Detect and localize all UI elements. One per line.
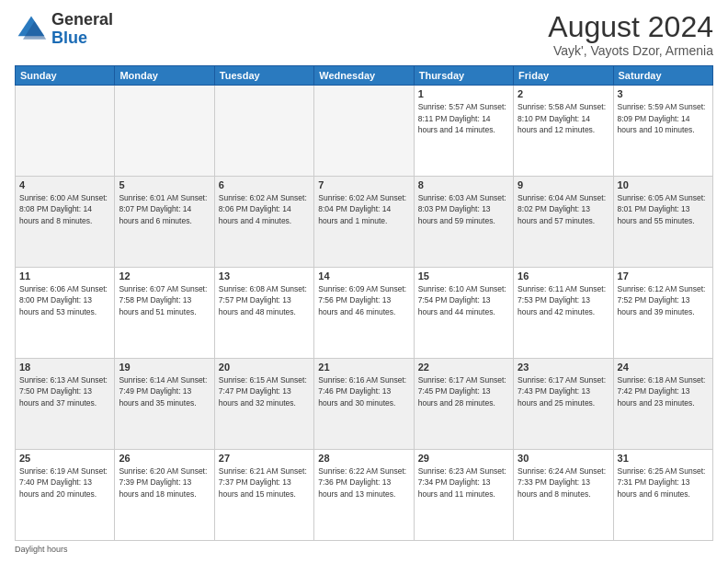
day-info: Sunrise: 6:02 AM Sunset: 8:06 PM Dayligh…	[219, 192, 310, 226]
calendar-cell: 10Sunrise: 6:05 AM Sunset: 8:01 PM Dayli…	[613, 177, 712, 268]
calendar-table: SundayMondayTuesdayWednesdayThursdayFrid…	[15, 65, 713, 541]
calendar-header-row: SundayMondayTuesdayWednesdayThursdayFrid…	[16, 66, 713, 86]
day-info: Sunrise: 6:24 AM Sunset: 7:33 PM Dayligh…	[518, 465, 609, 500]
day-info: Sunrise: 6:12 AM Sunset: 7:52 PM Dayligh…	[618, 283, 709, 317]
calendar-cell: 18Sunrise: 6:13 AM Sunset: 7:50 PM Dayli…	[16, 359, 115, 450]
calendar-cell	[16, 86, 115, 177]
calendar-header-wednesday: Wednesday	[314, 66, 414, 86]
day-info: Sunrise: 6:08 AM Sunset: 7:57 PM Dayligh…	[219, 283, 310, 317]
header: General Blue August 2024 Vayk', Vayots D…	[15, 11, 713, 58]
day-number: 29	[418, 453, 509, 464]
calendar-cell: 3Sunrise: 5:59 AM Sunset: 8:09 PM Daylig…	[613, 86, 712, 177]
calendar-cell: 16Sunrise: 6:11 AM Sunset: 7:53 PM Dayli…	[514, 268, 613, 359]
calendar-cell: 22Sunrise: 6:17 AM Sunset: 7:45 PM Dayli…	[414, 359, 513, 450]
logo-general: General	[51, 10, 113, 29]
calendar-cell	[314, 86, 414, 177]
calendar-header-monday: Monday	[115, 66, 214, 86]
day-number: 12	[119, 270, 210, 282]
calendar-week-2: 11Sunrise: 6:06 AM Sunset: 8:00 PM Dayli…	[16, 268, 713, 359]
day-number: 8	[418, 179, 509, 190]
calendar-week-4: 25Sunrise: 6:19 AM Sunset: 7:40 PM Dayli…	[16, 450, 713, 541]
day-info: Sunrise: 6:22 AM Sunset: 7:36 PM Dayligh…	[318, 465, 409, 500]
day-info: Sunrise: 6:01 AM Sunset: 8:07 PM Dayligh…	[119, 192, 210, 226]
day-info: Sunrise: 6:09 AM Sunset: 7:56 PM Dayligh…	[318, 283, 409, 317]
day-number: 3	[618, 88, 709, 99]
calendar-cell: 25Sunrise: 6:19 AM Sunset: 7:40 PM Dayli…	[16, 450, 115, 541]
logo-blue: Blue	[51, 29, 87, 47]
day-info: Sunrise: 6:04 AM Sunset: 8:02 PM Dayligh…	[518, 192, 609, 226]
day-number: 19	[119, 362, 210, 373]
day-number: 17	[618, 270, 709, 282]
calendar-week-3: 18Sunrise: 6:13 AM Sunset: 7:50 PM Dayli…	[16, 359, 713, 450]
day-number: 21	[318, 362, 409, 373]
calendar-cell: 5Sunrise: 6:01 AM Sunset: 8:07 PM Daylig…	[115, 177, 214, 268]
calendar-cell: 8Sunrise: 6:03 AM Sunset: 8:03 PM Daylig…	[414, 177, 513, 268]
calendar-cell: 6Sunrise: 6:02 AM Sunset: 8:06 PM Daylig…	[214, 177, 313, 268]
day-info: Sunrise: 6:17 AM Sunset: 7:45 PM Dayligh…	[418, 374, 509, 408]
calendar-cell: 9Sunrise: 6:04 AM Sunset: 8:02 PM Daylig…	[514, 177, 613, 268]
day-number: 16	[518, 270, 609, 282]
logo-text: General Blue	[51, 11, 113, 48]
calendar-cell: 19Sunrise: 6:14 AM Sunset: 7:49 PM Dayli…	[115, 359, 214, 450]
calendar-cell: 15Sunrise: 6:10 AM Sunset: 7:54 PM Dayli…	[414, 268, 513, 359]
day-number: 11	[19, 270, 110, 282]
day-number: 20	[219, 362, 310, 373]
day-info: Sunrise: 6:19 AM Sunset: 7:40 PM Dayligh…	[19, 465, 110, 500]
calendar-cell: 29Sunrise: 6:23 AM Sunset: 7:34 PM Dayli…	[414, 450, 513, 541]
day-number: 30	[518, 453, 609, 464]
calendar-header-tuesday: Tuesday	[214, 66, 313, 86]
day-number: 1	[418, 88, 509, 99]
calendar-cell: 7Sunrise: 6:02 AM Sunset: 8:04 PM Daylig…	[314, 177, 414, 268]
calendar-header-friday: Friday	[514, 66, 613, 86]
calendar-cell: 30Sunrise: 6:24 AM Sunset: 7:33 PM Dayli…	[514, 450, 613, 541]
day-number: 31	[618, 453, 709, 464]
day-number: 28	[318, 453, 409, 464]
day-info: Sunrise: 5:58 AM Sunset: 8:10 PM Dayligh…	[518, 101, 609, 135]
day-info: Sunrise: 6:14 AM Sunset: 7:49 PM Dayligh…	[119, 374, 210, 408]
day-info: Sunrise: 6:10 AM Sunset: 7:54 PM Dayligh…	[418, 283, 509, 317]
day-info: Sunrise: 6:18 AM Sunset: 7:42 PM Dayligh…	[618, 374, 709, 408]
calendar-cell: 23Sunrise: 6:17 AM Sunset: 7:43 PM Dayli…	[514, 359, 613, 450]
day-info: Sunrise: 6:13 AM Sunset: 7:50 PM Dayligh…	[19, 374, 110, 408]
day-number: 27	[219, 453, 310, 464]
calendar-cell: 14Sunrise: 6:09 AM Sunset: 7:56 PM Dayli…	[314, 268, 414, 359]
calendar-cell: 20Sunrise: 6:15 AM Sunset: 7:47 PM Dayli…	[214, 359, 313, 450]
calendar-cell: 24Sunrise: 6:18 AM Sunset: 7:42 PM Dayli…	[613, 359, 712, 450]
day-info: Sunrise: 6:11 AM Sunset: 7:53 PM Dayligh…	[518, 283, 609, 317]
day-number: 23	[518, 362, 609, 373]
day-info: Sunrise: 6:00 AM Sunset: 8:08 PM Dayligh…	[19, 192, 110, 226]
day-info: Sunrise: 6:23 AM Sunset: 7:34 PM Dayligh…	[418, 465, 509, 500]
day-number: 2	[518, 88, 609, 99]
day-number: 15	[418, 270, 509, 282]
calendar-cell: 13Sunrise: 6:08 AM Sunset: 7:57 PM Dayli…	[214, 268, 313, 359]
day-info: Sunrise: 6:07 AM Sunset: 7:58 PM Dayligh…	[119, 283, 210, 317]
day-number: 5	[119, 179, 210, 190]
day-info: Sunrise: 6:05 AM Sunset: 8:01 PM Dayligh…	[618, 192, 709, 226]
calendar-cell: 31Sunrise: 6:25 AM Sunset: 7:31 PM Dayli…	[613, 450, 712, 541]
calendar-cell: 2Sunrise: 5:58 AM Sunset: 8:10 PM Daylig…	[514, 86, 613, 177]
day-info: Sunrise: 6:21 AM Sunset: 7:37 PM Dayligh…	[219, 465, 310, 500]
calendar-cell: 1Sunrise: 5:57 AM Sunset: 8:11 PM Daylig…	[414, 86, 513, 177]
day-info: Sunrise: 6:25 AM Sunset: 7:31 PM Dayligh…	[618, 465, 709, 500]
calendar-header-sunday: Sunday	[16, 66, 115, 86]
day-number: 25	[19, 453, 110, 464]
day-info: Sunrise: 6:16 AM Sunset: 7:46 PM Dayligh…	[318, 374, 409, 408]
day-info: Sunrise: 6:06 AM Sunset: 8:00 PM Dayligh…	[19, 283, 110, 317]
calendar-cell	[214, 86, 313, 177]
logo: General Blue	[15, 11, 113, 48]
page: General Blue August 2024 Vayk', Vayots D…	[0, 0, 728, 563]
day-info: Sunrise: 5:57 AM Sunset: 8:11 PM Dayligh…	[418, 101, 509, 135]
calendar-cell: 28Sunrise: 6:22 AM Sunset: 7:36 PM Dayli…	[314, 450, 414, 541]
day-number: 22	[418, 362, 509, 373]
day-number: 10	[618, 179, 709, 190]
calendar-header-saturday: Saturday	[613, 66, 712, 86]
day-info: Sunrise: 6:15 AM Sunset: 7:47 PM Dayligh…	[219, 374, 310, 408]
logo-icon	[15, 13, 48, 46]
calendar-cell: 26Sunrise: 6:20 AM Sunset: 7:39 PM Dayli…	[115, 450, 214, 541]
month-year: August 2024	[548, 11, 713, 43]
day-number: 4	[19, 179, 110, 190]
day-number: 14	[318, 270, 409, 282]
day-number: 18	[19, 362, 110, 373]
day-number: 7	[318, 179, 409, 190]
day-info: Sunrise: 6:03 AM Sunset: 8:03 PM Dayligh…	[418, 192, 509, 226]
